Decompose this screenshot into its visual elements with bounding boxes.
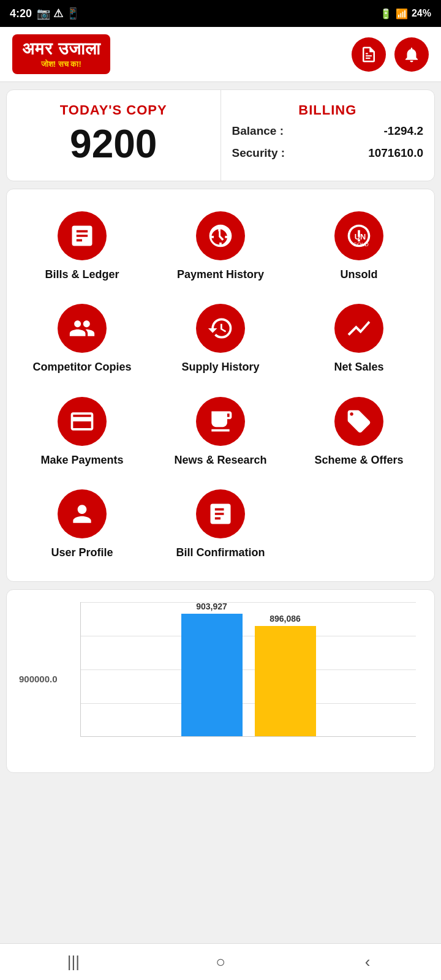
- header-icon-group: [352, 37, 429, 72]
- competitor-copies-icon-circle: [58, 304, 107, 353]
- todays-copy-title: TODAY'S COPY: [18, 102, 209, 118]
- status-right: 🔋 📶 24%: [380, 8, 431, 20]
- menu-item-net-sales[interactable]: Net Sales: [290, 294, 428, 380]
- svg-text:UN: UN: [355, 232, 366, 241]
- supply-history-icon-circle: [196, 304, 245, 353]
- home-circle-icon: ○: [216, 952, 225, 971]
- nav-menu-button[interactable]: |||: [49, 950, 98, 974]
- net-sales-label: Net Sales: [334, 360, 383, 374]
- bill-confirmation-icon-circle: [196, 489, 245, 538]
- balance-value: -1294.2: [384, 124, 423, 138]
- wifi-icon: 📶: [396, 8, 408, 20]
- news-research-icon-circle: [196, 397, 245, 446]
- unsold-icon: UNSOLD: [345, 222, 372, 249]
- bill-confirmation-icon: [207, 500, 234, 527]
- scheme-offers-icon: [345, 408, 372, 435]
- bar-group-2: 896,086: [255, 614, 316, 736]
- back-arrow-icon: ‹: [365, 952, 371, 971]
- payment-history-label: Payment History: [177, 268, 264, 282]
- user-profile-label: User Profile: [51, 546, 113, 560]
- user-profile-icon: [69, 500, 96, 527]
- competitor-copies-icon: [69, 315, 96, 342]
- report-icon: [360, 45, 378, 64]
- news-research-icon: [207, 408, 234, 435]
- menu-grid: Bills & Ledger Payment History UNSOLD Un…: [13, 202, 428, 567]
- app-header: अमर उजाला जोश! सच का!: [0, 27, 441, 82]
- security-value: 1071610.0: [368, 146, 423, 160]
- nav-back-button[interactable]: ‹: [343, 950, 392, 974]
- security-row: Security : 1071610.0: [232, 146, 424, 160]
- billing-card: BILLING Balance : -1294.2 Security : 107…: [221, 90, 435, 181]
- bills-ledger-icon-circle: [58, 211, 107, 260]
- make-payments-icon: [69, 408, 96, 435]
- balance-row: Balance : -1294.2: [232, 124, 424, 138]
- report-icon-button[interactable]: [352, 37, 386, 72]
- menu-item-scheme-offers[interactable]: Scheme & Offers: [290, 387, 428, 473]
- unsold-label: Unsold: [341, 268, 378, 282]
- svg-text:SOLD: SOLD: [353, 241, 369, 247]
- bar-group-1: 903,927: [181, 601, 243, 736]
- status-time: 4:20 📷 ⚠ 📱: [10, 7, 80, 20]
- supply-history-icon: [207, 315, 234, 342]
- bottom-nav: ||| ○ ‹: [0, 943, 441, 980]
- app-logo: अमर उजाला जोश! सच का!: [12, 34, 110, 74]
- menu-item-bill-confirmation[interactable]: Bill Confirmation: [151, 480, 290, 566]
- bar-label-2: 896,086: [270, 614, 301, 624]
- menu-item-news-research[interactable]: News & Research: [151, 387, 290, 473]
- bill-confirmation-label: Bill Confirmation: [176, 546, 265, 560]
- bar-2: [255, 626, 316, 736]
- menu-item-bills-ledger[interactable]: Bills & Ledger: [13, 202, 151, 288]
- bar-label-1: 903,927: [196, 601, 227, 611]
- battery-icon: 🔋: [380, 8, 392, 20]
- competitor-copies-label: Competitor Copies: [32, 360, 131, 374]
- net-sales-icon-circle: [334, 304, 383, 353]
- todays-copy-card: TODAY'S COPY 9200: [7, 90, 221, 181]
- billing-title: BILLING: [232, 102, 424, 118]
- bar-1: [181, 614, 243, 736]
- status-bar: 4:20 📷 ⚠ 📱 🔋 📶 24%: [0, 0, 441, 27]
- scheme-offers-icon-circle: [334, 397, 383, 446]
- menu-section: Bills & Ledger Payment History UNSOLD Un…: [6, 189, 435, 582]
- security-label: Security :: [232, 146, 285, 160]
- time-display: 4:20: [10, 7, 32, 20]
- net-sales-icon: [345, 315, 372, 342]
- bell-icon-button[interactable]: [394, 37, 429, 72]
- menu-item-make-payments[interactable]: Make Payments: [13, 387, 151, 473]
- menu-item-supply-history[interactable]: Supply History: [151, 294, 290, 380]
- payment-history-icon: [207, 222, 234, 249]
- menu-item-unsold[interactable]: UNSOLD Unsold: [290, 202, 428, 288]
- chart-y-label: 900000.0: [19, 673, 58, 684]
- chart-section: 900000.0 903,927 896,086: [6, 589, 435, 773]
- balance-label: Balance :: [232, 124, 284, 138]
- menu-item-payment-history[interactable]: Payment History: [151, 202, 290, 288]
- status-icons: 📷 ⚠ 📱: [37, 7, 80, 20]
- nav-home-button[interactable]: ○: [196, 950, 245, 974]
- battery-level: 24%: [412, 8, 431, 19]
- menu-item-user-profile[interactable]: User Profile: [13, 480, 151, 566]
- scheme-offers-label: Scheme & Offers: [314, 453, 403, 467]
- make-payments-icon-circle: [58, 397, 107, 446]
- bar-chart: 900000.0 903,927 896,086: [19, 602, 422, 755]
- unsold-icon-circle: UNSOLD: [334, 211, 383, 260]
- bills-ledger-icon: [69, 222, 96, 249]
- bell-icon: [402, 45, 421, 64]
- make-payments-label: Make Payments: [40, 453, 123, 467]
- menu-item-competitor-copies[interactable]: Competitor Copies: [13, 294, 151, 380]
- supply-history-label: Supply History: [181, 360, 259, 374]
- user-profile-icon-circle: [58, 489, 107, 538]
- todays-copy-value: 9200: [18, 124, 209, 164]
- summary-section: TODAY'S COPY 9200 BILLING Balance : -129…: [6, 89, 435, 181]
- payment-history-icon-circle: [196, 211, 245, 260]
- chart-bars-area: 903,927 896,086: [80, 602, 416, 737]
- menu-lines-icon: |||: [67, 952, 80, 971]
- news-research-label: News & Research: [174, 453, 266, 467]
- logo-sub-text: जोश! सच का!: [41, 59, 81, 69]
- logo-main-text: अमर उजाला: [22, 39, 100, 59]
- bills-ledger-label: Bills & Ledger: [45, 268, 119, 282]
